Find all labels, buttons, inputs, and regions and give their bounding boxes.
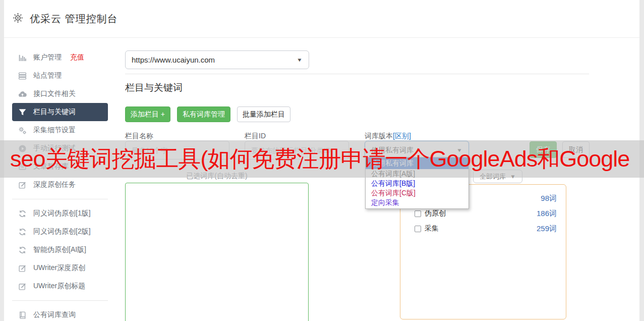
edit-icon [18, 282, 27, 291]
sidebar-item-label: UWriter深度原创 [33, 263, 85, 273]
recharge-badge[interactable]: 充值 [70, 53, 84, 62]
sidebar-item-interface-files[interactable]: 接口文件相关 [12, 85, 108, 103]
dropdown-option-public-b[interactable]: 公有词库[B版] [366, 179, 469, 188]
app-logo-gear-icon [12, 12, 24, 26]
lib-name: 采集 [425, 224, 439, 233]
bar-chart-icon [18, 54, 27, 62]
lib-version-label: 词库版本[区别] [365, 132, 411, 141]
refresh-icon [18, 246, 27, 254]
difference-link[interactable]: [区别] [393, 132, 411, 140]
batch-add-button[interactable]: 批量添加栏目 [237, 106, 290, 122]
book-icon [18, 311, 27, 319]
gears-icon [18, 126, 27, 135]
lib-word-count: 98词 [541, 194, 557, 203]
app-title: 优采云 管理控制台 [30, 12, 118, 26]
lib-word-count: 186词 [537, 209, 557, 219]
sidebar-item-label: UWriter原创标题 [33, 282, 85, 291]
sidebar-item-collect-settings[interactable]: 采集细节设置 [12, 121, 108, 139]
cloud-upload-icon [18, 90, 27, 98]
checkbox-pseudo-original[interactable] [415, 210, 421, 217]
sidebar-item-label: 深度原创任务 [33, 180, 76, 189]
dropdown-option-directed[interactable]: 定向采集 [366, 198, 469, 207]
watermark-text: seo关键词挖掘工具(如何免费注册申请一个GoogleAds和Google [0, 144, 629, 174]
sidebar-item-label: 同义词伪原创[1版] [33, 209, 91, 218]
sidebar-item-label: 站点管理 [33, 71, 62, 80]
sidebar-item-public-lib-query[interactable]: 公有词库查询 [12, 306, 108, 321]
edit-icon [18, 181, 27, 189]
sidebar-nav: 账户管理 充值 站点管理 接口文件相关 栏目与关键词 [12, 48, 108, 321]
funnel-icon [18, 108, 27, 117]
site-select-value: https://www.ucaiyun.com [132, 56, 292, 64]
sidebar-item-label: 接口文件相关 [33, 89, 76, 98]
refresh-icon [18, 209, 27, 218]
sidebar-item-uwriter-deep[interactable]: UWriter深度原创 [12, 259, 108, 277]
lib-word-count: 259词 [537, 224, 557, 234]
sidebar-item-deep-original[interactable]: 深度原创任务 [12, 176, 108, 194]
selected-lib-box[interactable] [125, 183, 309, 321]
sidebar-item-uwriter-title[interactable]: UWriter原创标题 [12, 277, 108, 295]
site-select[interactable]: https://www.ucaiyun.com ▼ [125, 50, 309, 69]
sidebar-item-label: 账户管理 [33, 53, 62, 62]
lib-row: 采集 259词 [400, 221, 566, 236]
server-icon [18, 72, 27, 80]
sidebar-item-synonym-1[interactable]: 同义词伪原创[1版] [12, 204, 108, 223]
sidebar-item-label: 栏目与关键词 [33, 108, 76, 117]
checkbox-collect[interactable] [415, 226, 421, 232]
column-id-label: 栏目ID [245, 132, 266, 141]
sidebar-item-label: 同义词伪原创[2版] [33, 227, 91, 236]
page-title: 栏目与关键词 [125, 81, 183, 94]
sidebar-item-ai-rewrite[interactable]: 智能伪原创[AI版] [12, 241, 108, 259]
refresh-icon [18, 228, 27, 236]
dropdown-option-public-c[interactable]: 公有词库[C版] [366, 188, 469, 198]
app-window: 优采云 管理控制台 账户管理 充值 站点管理 [0, 0, 644, 321]
sidebar-item-label: 公有词库查询 [33, 310, 76, 319]
watermark-banner: seo关键词挖掘工具(如何免费注册申请一个GoogleAds和Google [0, 140, 644, 178]
sidebar-item-columns-keywords[interactable]: 栏目与关键词 [12, 103, 108, 121]
edit-icon [18, 264, 27, 273]
column-name-label: 栏目名称 [125, 132, 153, 141]
sidebar-item-synonym-2[interactable]: 同义词伪原创[2版] [12, 223, 108, 241]
private-lib-button[interactable]: 私有词库管理 [177, 106, 230, 122]
section-divider [125, 74, 589, 74]
sidebar-divider [12, 199, 108, 199]
sidebar-divider [12, 300, 108, 301]
sidebar-item-label: 采集细节设置 [33, 126, 76, 135]
sidebar-item-account[interactable]: 账户管理 充值 [12, 48, 108, 67]
add-column-button[interactable]: 添加栏目 + [125, 106, 170, 122]
top-header: 优采云 管理控制台 [4, 0, 639, 38]
sidebar-item-label: 智能伪原创[AI版] [33, 245, 86, 254]
sidebar-item-sites[interactable]: 站点管理 [12, 67, 108, 85]
chevron-down-icon: ▼ [297, 57, 303, 63]
lib-name: 伪原创 [425, 209, 446, 218]
